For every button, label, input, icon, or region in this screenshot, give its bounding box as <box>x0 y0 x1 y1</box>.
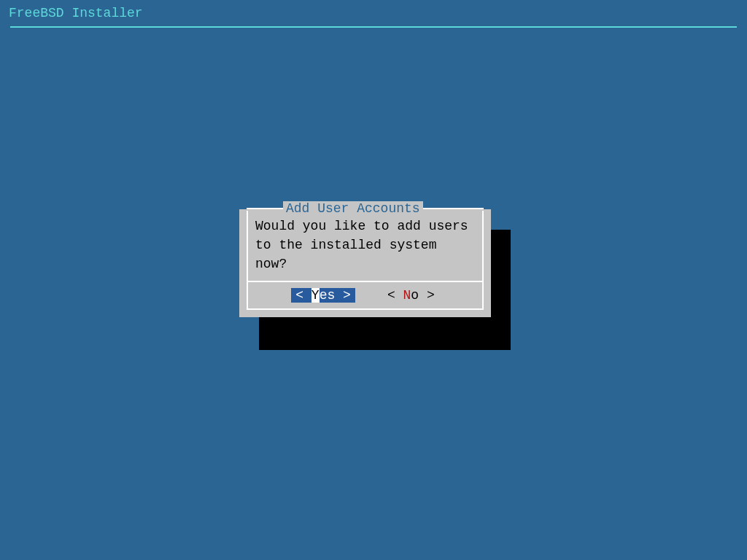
yes-rest: es <box>320 288 336 303</box>
no-hotkey: N <box>403 288 411 303</box>
bracket-close-icon: > <box>343 288 351 303</box>
dialog-frame: Would you like to add users to the insta… <box>247 211 484 310</box>
dialog-message: Would you like to add users to the insta… <box>248 212 482 281</box>
bracket-close-icon: > <box>427 288 435 303</box>
installer-title: FreeBSD Installer <box>9 6 143 20</box>
no-rest: o <box>411 288 419 303</box>
header-divider <box>10 26 737 28</box>
yes-button[interactable]: < Yes > <box>291 288 355 303</box>
title-border-left <box>247 208 283 209</box>
bracket-open-icon: < <box>295 288 303 303</box>
no-button[interactable]: < No > <box>383 288 439 303</box>
installer-header: FreeBSD Installer <box>0 0 747 23</box>
dialog-title-row: Add User Accounts <box>247 208 484 209</box>
add-users-dialog: Add User Accounts Would you like to add … <box>239 209 491 317</box>
title-border-right <box>423 208 484 209</box>
button-row: < Yes > < No > <box>248 282 482 308</box>
bracket-open-icon: < <box>387 288 395 303</box>
yes-hotkey: Y <box>311 288 320 303</box>
